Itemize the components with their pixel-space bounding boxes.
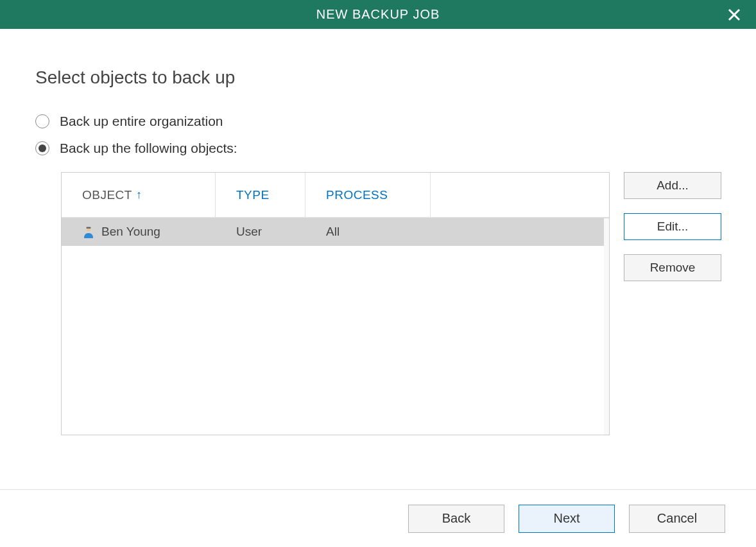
back-button[interactable]: Back <box>408 505 504 533</box>
remove-button[interactable]: Remove <box>624 254 721 281</box>
radio-label-following: Back up the following objects: <box>60 141 237 156</box>
column-header-object[interactable]: OBJECT ↑ <box>62 173 216 217</box>
cell-object-text: Ben Young <box>101 225 160 239</box>
edit-button[interactable]: Edit... <box>624 213 721 240</box>
page-heading: Select objects to back up <box>35 67 724 88</box>
table-row[interactable]: Ben Young User All <box>62 218 609 246</box>
svg-rect-3 <box>87 227 91 229</box>
cell-process: All <box>305 225 431 239</box>
titlebar: NEW BACKUP JOB <box>0 0 756 29</box>
column-header-type[interactable]: TYPE <box>216 173 305 217</box>
scrollbar[interactable] <box>604 218 609 435</box>
radio-entire-org[interactable]: Back up entire organization <box>35 114 724 129</box>
radio-icon <box>35 114 49 128</box>
radio-following-objects[interactable]: Back up the following objects: <box>35 141 724 156</box>
dialog-footer: Back Next Cancel <box>0 489 756 547</box>
table-header: OBJECT ↑ TYPE PROCESS <box>62 173 609 218</box>
cell-object: Ben Young <box>62 225 216 239</box>
close-icon[interactable] <box>725 6 743 24</box>
column-header-empty <box>431 173 609 217</box>
cancel-button[interactable]: Cancel <box>629 505 725 533</box>
cell-type: User <box>216 225 305 239</box>
sort-ascending-icon: ↑ <box>136 188 142 202</box>
add-button[interactable]: Add... <box>624 172 721 199</box>
objects-area: OBJECT ↑ TYPE PROCESS <box>61 172 724 435</box>
radio-label-entire: Back up entire organization <box>60 114 223 129</box>
next-button[interactable]: Next <box>519 505 615 533</box>
column-header-process[interactable]: PROCESS <box>305 173 431 217</box>
user-icon <box>82 225 95 238</box>
radio-icon <box>35 141 49 155</box>
window-title: NEW BACKUP JOB <box>316 7 440 22</box>
side-buttons: Add... Edit... Remove <box>624 172 721 435</box>
dialog-content: Select objects to back up Back up entire… <box>0 29 756 435</box>
objects-table: OBJECT ↑ TYPE PROCESS <box>61 172 610 435</box>
